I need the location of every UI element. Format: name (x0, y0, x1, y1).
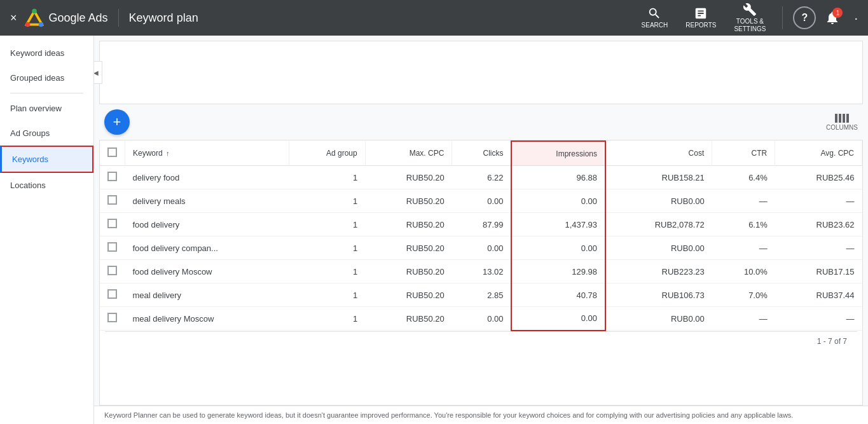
row-avg-cpc: — (775, 307, 862, 331)
row-checkbox[interactable] (107, 195, 117, 205)
row-cost: RUB223.23 (605, 260, 712, 284)
sidebar-item-keyword-ideas[interactable]: Keyword ideas (0, 41, 93, 65)
sidebar: Keyword ideas Grouped ideas Plan overvie… (0, 36, 94, 424)
collapse-chart-button[interactable]: ◀ (94, 61, 102, 84)
close-button[interactable]: × (10, 11, 17, 25)
row-checkbox[interactable] (107, 266, 117, 275)
row-impressions: 96.88 (511, 166, 605, 189)
row-keyword: meal delivery (125, 284, 289, 307)
row-ctr: — (712, 307, 775, 331)
svg-point-2 (38, 22, 43, 27)
keywords-table-container: Keyword ↑ Ad group Max. CPC Clicks Impre… (99, 140, 863, 406)
row-keyword: meal delivery Moscow (125, 307, 289, 331)
row-ctr: 6.4% (712, 166, 775, 189)
row-checkbox[interactable] (107, 313, 117, 322)
pagination: 1 - 7 of 7 (105, 331, 857, 351)
row-cost: RUB0.00 (605, 236, 712, 260)
row-ad-group: 1 (289, 236, 365, 260)
row-clicks: 2.85 (452, 284, 512, 307)
header-max-cpc[interactable]: Max. CPC (365, 141, 452, 166)
tools-nav-button[interactable]: TOOLS &SETTINGS (727, 0, 772, 36)
row-checkbox[interactable] (107, 172, 117, 181)
table-row: delivery meals 1 RUB50.20 0.00 0.00 RUB0… (100, 189, 862, 213)
row-max-cpc: RUB50.20 (365, 307, 452, 331)
row-avg-cpc: RUB37.44 (775, 284, 862, 307)
row-checkbox-cell (100, 189, 125, 213)
row-impressions: 0.00 (511, 236, 605, 260)
row-ctr: 6.1% (712, 213, 775, 236)
table-row: food delivery 1 RUB50.20 87.99 1,437.93 … (100, 213, 862, 236)
row-ctr: 10.0% (712, 260, 775, 284)
help-button[interactable]: ? (793, 6, 816, 29)
table-row: delivery food 1 RUB50.20 6.22 96.88 RUB1… (100, 166, 862, 189)
sidebar-item-locations[interactable]: Locations (0, 173, 93, 198)
header-avg-cpc[interactable]: Avg. CPC (775, 141, 862, 166)
row-checkbox-cell (100, 284, 125, 307)
sidebar-divider (10, 93, 83, 93)
select-all-checkbox[interactable] (107, 147, 117, 157)
sidebar-item-keywords[interactable]: Keywords (0, 146, 93, 173)
content-area: ◀ + COLUMNS (94, 36, 868, 424)
row-checkbox[interactable] (107, 242, 117, 252)
row-keyword: delivery meals (125, 189, 289, 213)
svg-point-1 (25, 22, 30, 27)
table-row: food delivery Moscow 1 RUB50.20 13.02 12… (100, 260, 862, 284)
row-clicks: 0.00 (452, 236, 512, 260)
row-impressions: 0.00 (511, 189, 605, 213)
columns-button[interactable]: COLUMNS (826, 114, 858, 131)
notification-button[interactable]: 1 (821, 6, 844, 29)
row-keyword: food delivery (125, 213, 289, 236)
row-ad-group: 1 (289, 260, 365, 284)
row-checkbox-cell (100, 213, 125, 236)
row-max-cpc: RUB50.20 (365, 213, 452, 236)
table-row: food delivery compan... 1 RUB50.20 0.00 … (100, 236, 862, 260)
sidebar-item-ad-groups[interactable]: Ad Groups (0, 121, 93, 146)
row-clicks: 0.00 (452, 189, 512, 213)
row-impressions: 1,437.93 (511, 213, 605, 236)
row-clicks: 13.02 (452, 260, 512, 284)
tools-nav-label: TOOLS &SETTINGS (734, 18, 766, 33)
header-checkbox[interactable] (100, 141, 125, 166)
row-avg-cpc: RUB25.46 (775, 166, 862, 189)
row-cost: RUB158.21 (605, 166, 712, 189)
row-avg-cpc: — (775, 189, 862, 213)
row-ad-group: 1 (289, 189, 365, 213)
row-checkbox[interactable] (107, 219, 117, 228)
row-checkbox-cell (100, 307, 125, 331)
row-cost: RUB0.00 (605, 189, 712, 213)
header-impressions[interactable]: Impressions (511, 141, 605, 166)
header-keyword[interactable]: Keyword ↑ (125, 141, 289, 166)
header-ctr[interactable]: CTR (712, 141, 775, 166)
table-row: meal delivery 1 RUB50.20 2.85 40.78 RUB1… (100, 284, 862, 307)
sort-arrow: ↑ (166, 149, 170, 157)
main-layout: Keyword ideas Grouped ideas Plan overvie… (0, 36, 868, 424)
row-avg-cpc: RUB23.62 (775, 213, 862, 236)
sidebar-item-plan-overview[interactable]: Plan overview (0, 96, 93, 121)
row-keyword: delivery food (125, 166, 289, 189)
chart-area: ◀ (99, 41, 863, 104)
more-options-button[interactable]: · (854, 11, 858, 25)
row-impressions: 40.78 (511, 284, 605, 307)
search-nav-button[interactable]: SEARCH (635, 4, 675, 32)
row-checkbox-cell (100, 236, 125, 260)
row-ad-group: 1 (289, 166, 365, 189)
row-max-cpc: RUB50.20 (365, 284, 452, 307)
row-keyword: food delivery compan... (125, 236, 289, 260)
sidebar-item-grouped-ideas[interactable]: Grouped ideas (0, 65, 93, 90)
row-avg-cpc: — (775, 236, 862, 260)
row-cost: RUB106.73 (605, 284, 712, 307)
navbar-icons: SEARCH REPORTS TOOLS &SETTINGS ? 1 · (635, 0, 858, 36)
header-ad-group[interactable]: Ad group (289, 141, 365, 166)
row-ad-group: 1 (289, 213, 365, 236)
add-keyword-button[interactable]: + (104, 109, 130, 135)
header-cost[interactable]: Cost (605, 141, 712, 166)
row-clicks: 0.00 (452, 307, 512, 331)
row-ad-group: 1 (289, 284, 365, 307)
row-ad-group: 1 (289, 307, 365, 331)
row-cost: RUB2,078.72 (605, 213, 712, 236)
reports-nav-button[interactable]: REPORTS (679, 4, 722, 32)
header-clicks[interactable]: Clicks (452, 141, 512, 166)
row-checkbox[interactable] (107, 289, 117, 299)
row-clicks: 6.22 (452, 166, 512, 189)
nav-divider (118, 9, 119, 27)
